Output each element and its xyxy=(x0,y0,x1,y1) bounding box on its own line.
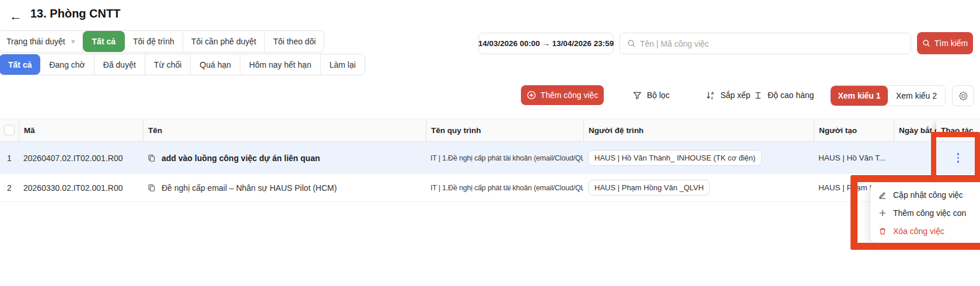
date-range-picker[interactable]: 14/03/2026 00:00 → 13/04/2026 23:59 xyxy=(478,33,614,54)
process-name: IT | 1.Đề nghị cấp phát tài khoản (email… xyxy=(426,142,583,174)
scope-tab-submitted-by-me[interactable]: Tôi đệ trình xyxy=(125,31,183,52)
filter-button[interactable]: Bộ lọc xyxy=(633,88,670,103)
status-dropdown-label: Trạng thái duyệt xyxy=(6,37,65,46)
state-tab-rejected[interactable]: Từ chối xyxy=(145,54,191,75)
state-tab-redo[interactable]: Làm lại xyxy=(321,54,365,75)
view-style-2-button[interactable]: Xem kiểu 2 xyxy=(888,86,945,106)
search-input[interactable] xyxy=(640,39,904,48)
state-tab-approved[interactable]: Đã duyệt xyxy=(94,54,145,75)
state-tab-all[interactable]: Tất cả xyxy=(0,54,40,75)
task-name[interactable]: Đề nghị cấp email – Nhân sự HAUS Pilot (… xyxy=(162,183,337,193)
menu-item-delete-task[interactable]: Xóa công việc xyxy=(870,222,980,240)
row-index: 2 xyxy=(0,174,19,201)
svg-text:A: A xyxy=(711,91,714,95)
creator: HAUS | Hồ Văn T... xyxy=(814,142,894,174)
text-height-icon xyxy=(754,91,762,100)
back-button[interactable]: ← xyxy=(7,8,24,25)
task-code: 20260407.02.IT02.001.R00 xyxy=(19,142,143,174)
page-title: 13. Phòng CNTT xyxy=(30,7,120,20)
table-row[interactable]: 1 20260407.02.IT02.001.R00 add vào luồng… xyxy=(0,142,980,174)
submitter-tag: HAUS | Phạm Hồng Vân _QLVH xyxy=(588,180,710,196)
task-name[interactable]: add vào luồng công việc dự án liên quan xyxy=(162,154,320,163)
chevron-down-icon: ▼ xyxy=(70,38,76,45)
menu-item-add-subtask[interactable]: Thêm công việc con xyxy=(870,204,980,222)
sort-label: Sắp xếp xyxy=(720,90,750,100)
state-tab-overdue[interactable]: Quá hạn xyxy=(191,54,240,75)
add-task-label: Thêm công việc xyxy=(541,90,598,100)
row-context-menu: Cập nhật công việc Thêm công việc con Xó… xyxy=(870,183,980,243)
state-tab-pending[interactable]: Đang chờ xyxy=(40,54,94,75)
state-tab-due-today[interactable]: Hôm nay hết hạn xyxy=(240,54,321,75)
view-toggle-group: Xem kiểu 1 Xem kiểu 2 xyxy=(830,85,946,106)
process-name: IT | 1.Đề nghị cấp phát tài khoản (email… xyxy=(426,174,583,201)
copy-icon[interactable] xyxy=(148,184,156,192)
row-height-label: Độ cao hàng xyxy=(768,90,814,100)
svg-text:z: z xyxy=(711,96,713,100)
table-row[interactable]: 2 20260330.02.IT02.001.R00 Đề nghị cấp e… xyxy=(0,174,980,202)
view-style-1-button[interactable]: Xem kiểu 1 xyxy=(831,86,888,106)
submitter-tag: HAUS | Hồ Văn Thành_ INHOUSE (TK cơ điện… xyxy=(588,150,762,166)
select-all-checkbox[interactable] xyxy=(4,125,15,135)
pencil-icon xyxy=(878,191,887,199)
menu-item-label: Thêm công việc con xyxy=(893,208,966,218)
task-code: 20260330.02.IT02.001.R00 xyxy=(19,174,143,201)
search-button-label: Tìm kiếm xyxy=(935,39,968,48)
status-dropdown[interactable]: Trạng thái duyệt ▼ xyxy=(0,31,83,52)
row-index: 1 xyxy=(0,142,19,174)
column-header-quy-trinh[interactable]: Tên quy trình xyxy=(426,119,583,141)
search-box[interactable] xyxy=(620,33,911,54)
search-icon xyxy=(922,39,930,47)
approval-filter-group: Trạng thái duyệt ▼ Tất cả Tôi đệ trình T… xyxy=(0,30,324,53)
funnel-icon xyxy=(633,91,642,100)
add-task-button[interactable]: Thêm công việc xyxy=(521,85,604,105)
plus-circle-icon xyxy=(527,90,536,100)
row-actions-button[interactable] xyxy=(954,149,963,166)
settings-button[interactable] xyxy=(952,85,974,106)
scope-tab-following[interactable]: Tôi theo dõi xyxy=(265,31,324,52)
copy-icon[interactable] xyxy=(148,154,156,162)
column-header-ngay-bat-dau[interactable]: Ngày bắt đầu xyxy=(894,119,936,141)
column-header-thao-tac: Thao tác xyxy=(936,119,980,141)
search-button[interactable]: Tìm kiếm xyxy=(917,32,973,54)
row-height-button[interactable]: Độ cao hàng xyxy=(754,88,814,103)
filter-label: Bộ lọc xyxy=(647,90,670,100)
column-header-nguoi-de-trinh[interactable]: Người đệ trình xyxy=(583,119,814,141)
state-filter-group: Tất cả Đang chờ Đã duyệt Từ chối Quá hạn… xyxy=(0,54,365,75)
table-header-row: Mã Tên Tên quy trình Người đệ trình Ngườ… xyxy=(0,118,980,142)
plus-icon xyxy=(878,209,887,217)
sort-button[interactable]: A z Sắp xếp xyxy=(706,88,750,103)
sort-az-icon: A z xyxy=(706,90,715,100)
menu-item-label: Cập nhật công việc xyxy=(893,190,963,200)
column-header-ma[interactable]: Mã xyxy=(19,119,143,141)
scope-tab-need-my-approval[interactable]: Tôi cần phê duyệt xyxy=(183,31,265,52)
column-header-ten[interactable]: Tên xyxy=(143,119,426,141)
menu-item-update-task[interactable]: Cập nhật công việc xyxy=(870,186,980,204)
task-table: Mã Tên Tên quy trình Người đệ trình Ngườ… xyxy=(0,118,980,202)
menu-item-label: Xóa công việc xyxy=(893,226,944,236)
search-icon xyxy=(627,39,636,48)
trash-icon xyxy=(878,227,887,235)
scope-tab-all[interactable]: Tất cả xyxy=(83,31,125,52)
gear-icon xyxy=(958,90,969,102)
column-header-nguoi-tao[interactable]: Người tạo xyxy=(814,119,894,141)
start-date xyxy=(894,142,936,174)
